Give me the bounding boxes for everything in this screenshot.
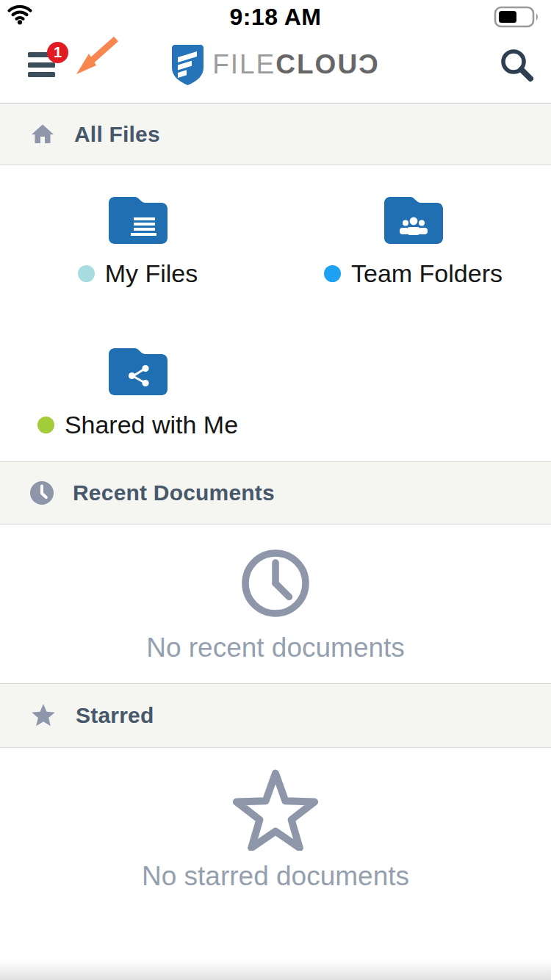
folder-share-icon bbox=[109, 348, 168, 395]
status-dot bbox=[78, 265, 95, 282]
empty-message: No recent documents bbox=[146, 633, 405, 663]
section-header-starred: Starred bbox=[0, 683, 551, 748]
logo-wordmark: FILECLOUƆ bbox=[212, 49, 380, 80]
status-dot bbox=[37, 417, 54, 433]
share-glyph bbox=[128, 364, 150, 387]
people-glyph bbox=[399, 216, 428, 236]
section-title: Starred bbox=[76, 703, 154, 728]
status-dot bbox=[324, 265, 341, 282]
annotation-arrow-icon bbox=[71, 5, 120, 76]
section-title: Recent Documents bbox=[73, 480, 275, 505]
folder-label-my-files: My Files bbox=[78, 259, 198, 288]
folder-lines-icon bbox=[109, 197, 168, 244]
empty-state-starred: No starred documents bbox=[0, 767, 551, 892]
empty-message: No starred documents bbox=[142, 861, 409, 892]
section-title: All Files bbox=[74, 122, 160, 147]
folder-tile-my-files[interactable]: My Files bbox=[0, 176, 276, 288]
empty-state-recent: No recent documents bbox=[0, 544, 551, 663]
star-icon bbox=[29, 702, 57, 729]
star-outline-icon bbox=[232, 767, 319, 851]
filecloud-shield-icon bbox=[171, 44, 204, 86]
document-lines-glyph bbox=[131, 217, 158, 237]
folder-people-icon bbox=[384, 197, 443, 244]
notification-badge: 1 bbox=[47, 42, 68, 63]
clock-outline-icon bbox=[237, 544, 314, 622]
folder-label-shared-with-me: Shared with Me bbox=[37, 411, 238, 439]
search-button[interactable] bbox=[498, 46, 535, 83]
folder-tile-team-folders[interactable]: Team Folders bbox=[276, 176, 551, 288]
folder-label-team-folders: Team Folders bbox=[324, 259, 503, 288]
bottom-toolbar-shadow bbox=[0, 961, 551, 980]
filecloud-home-screen: 9:18 AM 1 FILECLOUƆ bbox=[0, 0, 551, 980]
folder-tile-shared-with-me[interactable]: Shared with Me bbox=[0, 328, 276, 439]
battery-half-icon bbox=[494, 5, 542, 29]
search-icon bbox=[498, 46, 535, 83]
clock-icon bbox=[29, 480, 54, 505]
section-header-all-files: All Files bbox=[0, 104, 551, 165]
app-header: 1 FILECLOUƆ bbox=[0, 33, 551, 104]
home-icon bbox=[29, 121, 56, 148]
section-header-recent-documents: Recent Documents bbox=[0, 461, 551, 525]
